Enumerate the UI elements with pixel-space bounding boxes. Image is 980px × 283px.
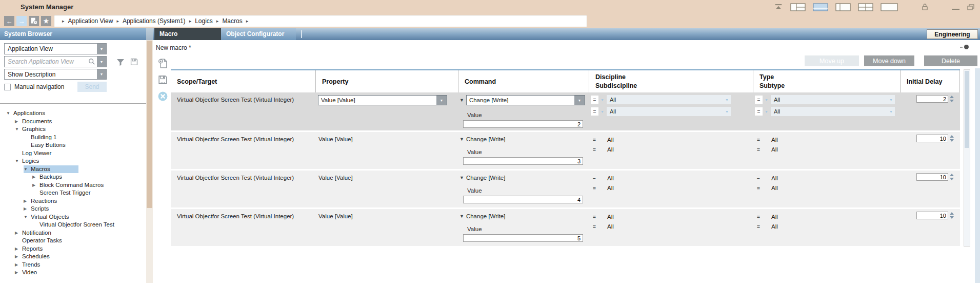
chevron-collapsed-icon[interactable]: ▶ [32,181,39,190]
description-select[interactable]: Show Description [4,69,107,80]
initial-delay-input[interactable] [916,173,948,181]
layout-left-icon[interactable] [835,3,851,11]
spinner-up-icon[interactable] [950,174,954,176]
tree-item-log-viewer[interactable]: Log Viewer [0,149,146,158]
table-row[interactable]: Virtual Objectfor Screen Test (Virtual I… [171,171,960,207]
layout-grid-icon[interactable] [858,3,873,11]
tab-object-configurator[interactable]: Object Configurator [221,28,296,40]
tree-item-documents[interactable]: ▶Documents [0,118,146,126]
chevron-down-icon[interactable] [765,98,768,102]
subdiscipline-select[interactable]: All [607,107,731,116]
close-icon[interactable] [157,91,168,103]
table-row[interactable]: Virtual Objectfor Screen Test (Virtual I… [171,92,960,130]
property-select[interactable]: Value [Value] [318,95,447,105]
chevron-down-icon[interactable] [601,98,604,102]
tab-macro[interactable]: Macro [154,28,221,40]
tree-item-screen-test-trigger[interactable]: Screen Test Trigger [0,189,146,197]
tree-item-logics[interactable]: ▼Logics [0,157,146,165]
command-value-input[interactable] [463,196,583,203]
delay-spinner[interactable] [950,96,954,102]
expand-command-icon[interactable]: ▼ [459,214,464,219]
expand-command-icon[interactable]: ▼ [459,175,464,180]
command-value-input[interactable] [463,120,583,128]
spinner-down-icon[interactable] [950,178,954,180]
save-icon[interactable] [157,74,168,87]
tree-item-reports[interactable]: ▶Reports [0,245,146,253]
type-select[interactable]: All [771,95,895,104]
spinner-down-icon[interactable] [950,100,954,102]
table-row[interactable]: Virtual Objectfor Screen Test (Virtual I… [171,132,960,169]
discipline-op-button[interactable]: = [591,96,598,104]
scrollbar-thumb[interactable] [965,71,969,148]
spinner-up-icon[interactable] [950,96,954,98]
subtype-op-button[interactable]: = [755,107,763,116]
chevron-collapsed-icon[interactable]: ▶ [24,205,31,213]
tree-item-applications[interactable]: ▼Applications [0,109,146,118]
tree-item-reactions[interactable]: ▶Reactions [0,197,146,205]
window-scrollbar[interactable] [975,68,980,283]
command-select[interactable]: Change [Write] [466,95,585,105]
filter-icon[interactable] [116,58,125,68]
chevron-down-icon[interactable] [436,96,447,105]
layout-split-icon[interactable] [790,3,806,11]
chevron-down-icon[interactable] [765,110,768,114]
breadcrumb-item-macros[interactable]: Macros [222,17,242,25]
initial-delay-input[interactable] [916,212,948,219]
tree-item-virtual-objectfor-screen-test[interactable]: Virtual Objectfor Screen Test [0,221,146,229]
search-input[interactable] [5,56,88,67]
layout-single-icon[interactable] [881,3,898,11]
chevron-expanded-icon[interactable]: ▼ [6,109,13,118]
expand-command-icon[interactable]: ▼ [459,98,464,103]
breadcrumb-item-applications-system1[interactable]: Applications (System1) [123,17,186,25]
new-document-icon[interactable] [157,58,168,70]
chevron-collapsed-icon[interactable]: ▶ [15,245,22,253]
type-op-button[interactable]: = [755,96,763,104]
spinner-up-icon[interactable] [950,212,954,215]
tree-item-graphics[interactable]: ▼Graphics [0,125,146,134]
minimize-icon[interactable] [952,5,959,10]
view-select[interactable]: Application View [4,43,107,54]
chevron-collapsed-icon[interactable]: ▶ [15,118,22,126]
table-scrollbar[interactable] [964,69,970,247]
tree-item-video[interactable]: ▶Video [0,269,146,277]
sidebar-scrollbar[interactable] [146,28,153,283]
command-value-input[interactable] [463,157,583,165]
initial-delay-input[interactable] [916,135,948,142]
forward-button[interactable]: → [16,16,27,26]
spinner-down-icon[interactable] [950,139,954,142]
save-search-icon[interactable] [130,58,138,68]
tree-item-building-1[interactable]: Building 1 [0,134,146,142]
chevron-down-icon[interactable] [97,44,106,54]
move-down-button[interactable]: Move down [864,55,914,66]
chevron-down-icon[interactable] [97,56,106,67]
tree-item-schedules[interactable]: ▶Schedules [0,253,146,261]
record-indicator-icon[interactable] [964,45,969,49]
command-value-input[interactable] [463,234,583,242]
chevron-down-icon[interactable] [97,69,106,79]
tree-item-trends[interactable]: ▶Trends [0,261,146,269]
send-button[interactable]: Send [77,82,107,92]
tree-item-easy-buttons[interactable]: Easy Buttons [0,141,146,149]
chevron-expanded-icon[interactable]: ▼ [15,157,22,165]
chevron-collapsed-icon[interactable]: ▶ [15,253,22,261]
back-button[interactable]: ← [4,16,14,26]
delete-button[interactable]: Delete [924,55,977,66]
breadcrumb-item-application-view[interactable]: Application View [68,17,113,25]
engineering-mode-button[interactable]: Engineering [927,29,978,39]
chevron-down-icon[interactable] [574,96,585,105]
spinner-up-icon[interactable] [950,135,954,138]
chevron-collapsed-icon[interactable]: ▶ [32,173,39,181]
tree-item-backups[interactable]: ▶Backups [0,173,146,181]
chevron-down-icon[interactable] [601,110,604,114]
history-button[interactable] [29,16,39,26]
delay-spinner[interactable] [950,174,954,180]
move-up-button[interactable]: Move up [805,55,859,66]
expand-command-icon[interactable]: ▼ [459,137,464,142]
layout-main-icon[interactable] [813,3,828,11]
chevron-expanded-icon[interactable]: ▼ [24,165,31,174]
scrollbar-thumb[interactable] [147,41,152,208]
chevron-collapsed-icon[interactable]: ▶ [24,197,31,205]
chevron-collapsed-icon[interactable]: ▶ [15,269,22,277]
tree-item-scripts[interactable]: ▶Scripts [0,205,146,213]
chevron-expanded-icon[interactable]: ▼ [24,213,31,221]
